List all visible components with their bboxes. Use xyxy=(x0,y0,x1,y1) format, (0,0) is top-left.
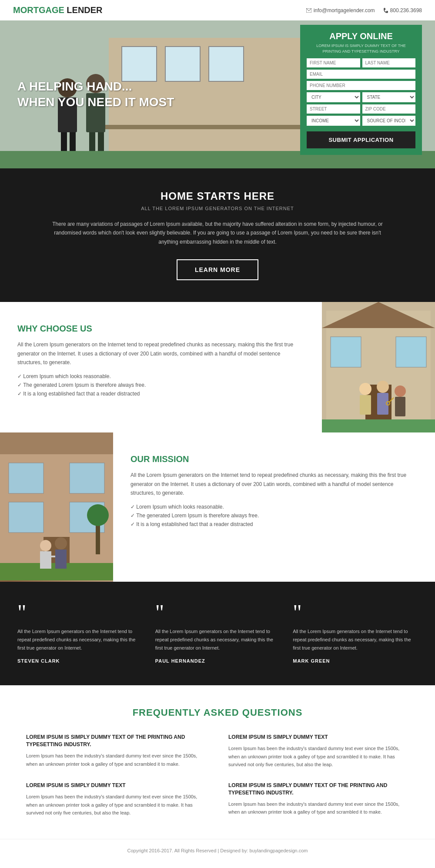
faq-title: FREQUENTLY ASKED QUESTIONS xyxy=(26,707,409,718)
faq-question-1: LOREM IPSUM IS SIMPLY DUMMY TEXT OF THE … xyxy=(26,734,207,748)
apply-form: APPLY ONLINE LOREM IPSUM IS SIMPLY DUMMY… xyxy=(300,25,422,155)
income-source-row: INCOME SOURCE OF INCOME xyxy=(307,116,415,126)
faq-item-3: LOREM IPSUM IS SIMPLY DUMMY TEXT Lorem I… xyxy=(26,782,207,817)
svg-rect-3 xyxy=(122,47,157,81)
hero-text: A HELPING HAND... WHEN YOU NEED IT MOST xyxy=(17,79,174,111)
email-icon xyxy=(306,8,311,13)
svg-rect-44 xyxy=(55,550,67,569)
header-contact: info@mortgagelender.com 800.236.3698 xyxy=(306,7,422,13)
our-mission-title: OUR MISSION xyxy=(130,454,418,464)
logo-lender: LENDER xyxy=(64,5,103,15)
income-select[interactable]: INCOME xyxy=(307,116,360,126)
learn-more-button[interactable]: LEARN MORE xyxy=(177,259,258,280)
testimonial-2: " All the Lorem Ipsum generators on the … xyxy=(155,603,280,664)
name-row xyxy=(307,58,415,67)
why-choose-us-section: WHY CHOOSE US All the Lorem Ipsum genera… xyxy=(0,302,435,432)
submit-application-button[interactable]: SUBMIT APPLICATION xyxy=(307,131,415,148)
why-choose-us-text: WHY CHOOSE US All the Lorem Ipsum genera… xyxy=(0,302,322,432)
testimonial-1: " All the Lorem Ipsum generators on the … xyxy=(17,603,142,664)
quote-mark-2: " xyxy=(155,603,280,621)
why-point-1: Lorem Ipsum which looks reasonable. xyxy=(17,373,304,379)
why-choose-us-points: Lorem Ipsum which looks reasonable. The … xyxy=(17,373,304,397)
last-name-input[interactable] xyxy=(362,58,416,67)
faq-item-4: LOREM IPSUM IS SIMPLY DUMMY TEXT OF THE … xyxy=(228,782,409,817)
why-choose-us-image xyxy=(322,302,435,432)
home-starts-body: There are many variations of passages of… xyxy=(52,220,383,246)
svg-point-25 xyxy=(377,381,389,393)
our-mission-points: Lorem Ipsum which looks reasonable. The … xyxy=(130,504,418,527)
source-select[interactable]: SOURCE OF INCOME xyxy=(362,116,416,126)
apply-form-title: APPLY ONLINE xyxy=(307,31,415,41)
svg-point-27 xyxy=(395,385,406,397)
our-mission-body: All the Lorem Ipsum generators on the In… xyxy=(130,471,418,497)
first-name-input[interactable] xyxy=(307,58,360,67)
svg-rect-24 xyxy=(360,395,371,415)
quote-mark-3: " xyxy=(293,603,418,621)
footer-text: Copyright 2016-2017. All Rights Reserved… xyxy=(127,848,308,853)
zip-input[interactable] xyxy=(362,104,416,114)
header: MORTGAGE LENDER info@mortgagelender.com … xyxy=(0,0,435,20)
svg-rect-5 xyxy=(209,47,244,81)
faq-item-1: LOREM IPSUM IS SIMPLY DUMMY TEXT OF THE … xyxy=(26,734,207,769)
faq-question-3: LOREM IPSUM IS SIMPLY DUMMY TEXT xyxy=(26,782,207,789)
city-select[interactable]: CITY xyxy=(307,92,360,102)
street-input[interactable] xyxy=(307,104,360,114)
testimonial-2-name: PAUL HERNANDEZ xyxy=(155,658,280,664)
svg-point-41 xyxy=(40,540,51,551)
svg-rect-21 xyxy=(396,337,426,367)
why-choose-us-body: All the Lorem Ipsum generators on the In… xyxy=(17,340,304,367)
faq-question-2: LOREM IPSUM IS SIMPLY DUMMY TEXT xyxy=(228,734,409,741)
why-point-3: It is a long established fact that a rea… xyxy=(17,391,304,397)
faq-section: FREQUENTLY ASKED QUESTIONS LOREM IPSUM I… xyxy=(0,685,435,839)
street-zip-row xyxy=(307,104,415,114)
phone-contact: 800.236.3698 xyxy=(384,7,422,13)
footer: Copyright 2016-2017. All Rights Reserved… xyxy=(0,839,435,862)
email-input[interactable] xyxy=(307,70,415,79)
faq-grid: LOREM IPSUM IS SIMPLY DUMMY TEXT OF THE … xyxy=(26,734,409,817)
faq-answer-4: Lorem Ipsum has been the industry's stan… xyxy=(228,800,409,816)
city-state-row: CITY STATE xyxy=(307,92,415,102)
our-mission-text: OUR MISSION All the Lorem Ipsum generato… xyxy=(113,432,435,582)
svg-rect-35 xyxy=(9,502,44,533)
mission-image-illustration xyxy=(0,432,113,580)
faq-item-2: LOREM IPSUM IS SIMPLY DUMMY TEXT Lorem I… xyxy=(228,734,409,769)
svg-point-43 xyxy=(55,537,67,550)
home-starts-title: HOME STARTS HERE xyxy=(52,190,383,202)
phone-input[interactable] xyxy=(307,81,415,90)
testimonial-3-text: All the Lorem Ipsum generators on the In… xyxy=(293,627,418,652)
phone-icon xyxy=(384,8,388,13)
hero-headline: A HELPING HAND... WHEN YOU NEED IT MOST xyxy=(17,79,174,111)
faq-answer-3: Lorem Ipsum has been the industry's stan… xyxy=(26,793,207,817)
logo: MORTGAGE LENDER xyxy=(13,5,103,15)
apply-form-subtitle: LOREM IPSUM IS SIMPLY DUMMY TEXT OF THE … xyxy=(307,43,415,54)
email-contact: info@mortgagelender.com xyxy=(306,7,375,13)
why-choose-us-title: WHY CHOOSE US xyxy=(17,324,304,334)
faq-question-4: LOREM IPSUM IS SIMPLY DUMMY TEXT OF THE … xyxy=(228,782,409,797)
our-mission-section: OUR MISSION All the Lorem Ipsum generato… xyxy=(0,432,435,582)
mission-point-3: It is a long established fact that a rea… xyxy=(130,521,418,527)
testimonials-section: " All the Lorem Ipsum generators on the … xyxy=(0,582,435,685)
why-image-illustration xyxy=(322,302,435,432)
svg-rect-28 xyxy=(395,397,405,416)
svg-point-39 xyxy=(87,504,109,526)
quote-mark-1: " xyxy=(17,603,142,621)
testimonial-3: " All the Lorem Ipsum generators on the … xyxy=(293,603,418,664)
mission-point-1: Lorem Ipsum which looks reasonable. xyxy=(130,504,418,510)
mission-point-2: The generated Lorem Ipsum is therefore a… xyxy=(130,513,418,519)
svg-rect-4 xyxy=(165,47,200,81)
testimonial-2-text: All the Lorem Ipsum generators on the In… xyxy=(155,627,280,652)
why-point-2: The generated Lorem Ipsum is therefore a… xyxy=(17,382,304,388)
testimonial-1-name: STEVEN CLARK xyxy=(17,658,142,664)
svg-rect-33 xyxy=(9,463,44,493)
svg-rect-20 xyxy=(331,337,361,367)
state-select[interactable]: STATE xyxy=(362,92,416,102)
our-mission-image xyxy=(0,432,113,582)
hero-section: A HELPING HAND... WHEN YOU NEED IT MOST … xyxy=(0,20,435,168)
faq-answer-1: Lorem Ipsum has been the industry's stan… xyxy=(26,752,207,768)
svg-point-23 xyxy=(359,383,371,395)
svg-rect-22 xyxy=(322,419,435,432)
svg-rect-34 xyxy=(70,463,104,493)
phone-row xyxy=(307,81,415,90)
svg-rect-42 xyxy=(40,551,51,569)
home-starts-section: HOME STARTS HERE ALL THE LOREM IPSUM GEN… xyxy=(0,168,435,302)
